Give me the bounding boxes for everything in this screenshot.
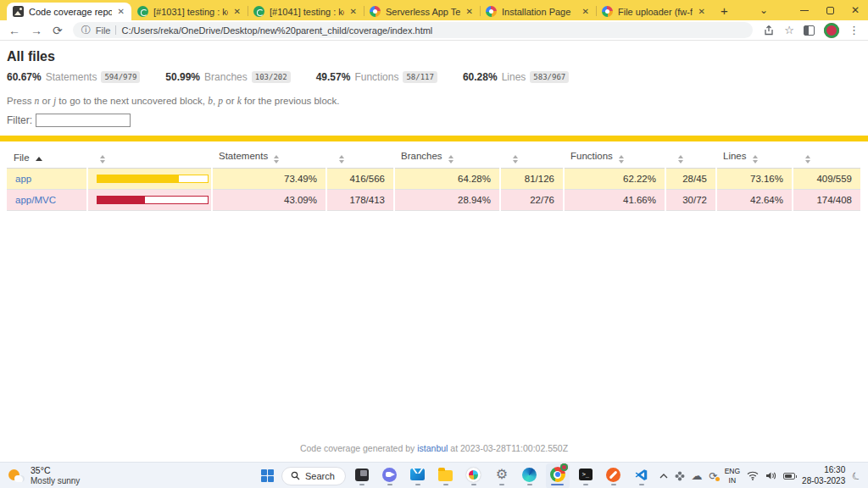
pinwheel-icon: [486, 6, 497, 17]
tab-file-uploader[interactable]: File uploader (fw-file-uploa ✕: [596, 3, 712, 20]
close-icon[interactable]: ✕: [349, 7, 358, 17]
mail-icon: [410, 469, 425, 480]
filter-label: Filter:: [7, 114, 32, 126]
language-indicator[interactable]: ENGIN: [725, 467, 740, 484]
battery-icon[interactable]: [783, 473, 795, 480]
share-icon[interactable]: [763, 25, 775, 36]
statements-raw-cell: 178/413: [326, 189, 394, 210]
browser-tab-strip: Code coverage report for Al ✕ [#1031] te…: [0, 0, 868, 20]
col-statements-raw-sorter[interactable]: [326, 147, 394, 168]
taskbar-edge[interactable]: [518, 463, 542, 488]
profile-avatar[interactable]: [824, 23, 839, 38]
lines-raw-cell: 409/559: [793, 168, 861, 189]
taskbar-search[interactable]: Search: [281, 467, 346, 485]
functions-raw-cell: 30/72: [665, 189, 716, 210]
stat-branches: 50.99% Branches 103/202: [165, 71, 290, 83]
col-statements[interactable]: Statements: [212, 147, 326, 168]
chart-cell: [87, 168, 212, 189]
branches-pct-cell: 28.94%: [394, 189, 500, 210]
taskbar-settings[interactable]: ⚙: [490, 463, 514, 488]
stat-pct: 50.99%: [165, 71, 200, 83]
file-link-app-mvc[interactable]: app/MVC: [15, 195, 56, 205]
weather-widget[interactable]: 35°C Mostly sunny: [8, 465, 80, 486]
taskbar-vscode[interactable]: [630, 463, 654, 488]
tray-flower-icon[interactable]: [675, 471, 685, 481]
file-link-app[interactable]: app: [15, 174, 31, 184]
info-icon[interactable]: ⓘ: [81, 24, 91, 36]
weather-temp: 35°C: [31, 465, 80, 476]
stat-pct: 49.57%: [316, 71, 351, 83]
col-branches[interactable]: Branches: [394, 147, 500, 168]
taskbar-app-window[interactable]: [350, 463, 374, 488]
filter-input[interactable]: [36, 114, 131, 127]
col-functions[interactable]: Functions: [564, 147, 665, 168]
col-functions-raw-sorter[interactable]: [665, 147, 716, 168]
taskbar-mail[interactable]: [406, 463, 430, 488]
sort-icon: [619, 155, 624, 164]
sort-icon: [753, 155, 758, 164]
clock[interactable]: 16:30 28-03-2023: [802, 465, 845, 486]
col-lines-raw-sorter[interactable]: [793, 147, 861, 168]
tab-serverless-app[interactable]: Serverless App Testing ✕: [364, 3, 480, 20]
tab-1031-testing[interactable]: [#1031] testing : konnectify ✕: [131, 3, 248, 20]
close-icon[interactable]: ✕: [698, 7, 706, 17]
statements-pct-cell: 73.49%: [212, 168, 326, 189]
sort-icon: [100, 155, 105, 164]
report-footer: Code coverage generated by istanbul at 2…: [0, 443, 868, 453]
coverage-summary: 60.67% Statements 594/979 50.99% Branche…: [7, 71, 861, 83]
sort-icon: [448, 155, 453, 164]
start-button[interactable]: [257, 465, 277, 487]
col-chart-sorter[interactable]: [87, 147, 212, 168]
maximize-button[interactable]: [817, 0, 843, 20]
url-scheme: File: [96, 25, 111, 36]
volume-icon[interactable]: [765, 471, 776, 480]
tab-1041-testing[interactable]: [#1041] testing : konnectify ✕: [248, 3, 364, 20]
close-window-button[interactable]: ✕: [843, 0, 868, 20]
tab-title: Installation Page: [502, 7, 576, 17]
sort-icon: [805, 155, 810, 164]
functions-raw-cell: 28/45: [665, 168, 716, 189]
forward-icon[interactable]: →: [31, 25, 42, 36]
tab-coverage-report[interactable]: Code coverage report for Al ✕: [7, 3, 131, 20]
stat-label: Functions: [354, 71, 398, 83]
lines-pct-cell: 73.16%: [716, 168, 793, 189]
address-bar[interactable]: ⓘ File C:/Users/reka/OneDrive/Desktop/ne…: [73, 22, 754, 38]
taskbar-orange-app[interactable]: [602, 463, 626, 488]
reload-icon[interactable]: ⟳: [53, 25, 63, 36]
sort-icon: [513, 155, 518, 164]
url-text: C:/Users/reka/OneDrive/Desktop/new%20par…: [121, 25, 432, 36]
stat-fraction: 583/967: [530, 71, 569, 83]
istanbul-link[interactable]: istanbul: [417, 443, 448, 453]
chart-cell: [87, 189, 212, 210]
onedrive-cloud-icon[interactable]: ☁: [692, 470, 703, 481]
wifi-icon[interactable]: [747, 471, 759, 480]
minimize-button[interactable]: [792, 0, 817, 20]
close-icon[interactable]: ✕: [581, 7, 590, 17]
col-file[interactable]: File: [7, 147, 87, 168]
tab-installation-page[interactable]: Installation Page ✕: [480, 3, 596, 20]
chevron-up-icon[interactable]: [659, 474, 668, 479]
taskbar-chat[interactable]: [378, 463, 402, 488]
taskbar-slack[interactable]: [462, 463, 486, 488]
taskbar-chrome[interactable]: [546, 463, 570, 488]
new-tab-button[interactable]: +: [712, 3, 737, 20]
do-not-disturb-moon-icon[interactable]: ☾: [850, 469, 864, 483]
col-lines[interactable]: Lines: [716, 147, 793, 168]
close-icon[interactable]: ✕: [117, 7, 125, 17]
taskbar-file-explorer[interactable]: [434, 463, 458, 488]
terminal-icon: >_: [579, 469, 593, 480]
kebab-menu-icon[interactable]: ⋮: [849, 24, 860, 36]
close-icon[interactable]: ✕: [233, 7, 242, 17]
branches-raw-cell: 81/126: [500, 168, 564, 189]
close-icon[interactable]: ✕: [465, 7, 474, 17]
taskbar-terminal[interactable]: >_: [574, 463, 598, 488]
back-icon[interactable]: ←: [8, 25, 20, 36]
tab-search-icon[interactable]: ⌄: [751, 0, 776, 20]
sort-icon: [274, 155, 279, 164]
bookmark-star-icon[interactable]: ☆: [784, 24, 794, 36]
sync-icon[interactable]: ⟳: [709, 471, 718, 481]
lines-raw-cell: 174/408: [793, 189, 861, 210]
col-branches-raw-sorter[interactable]: [500, 147, 564, 168]
side-panel-icon[interactable]: [804, 25, 815, 36]
gear-icon: ⚙: [496, 468, 508, 481]
